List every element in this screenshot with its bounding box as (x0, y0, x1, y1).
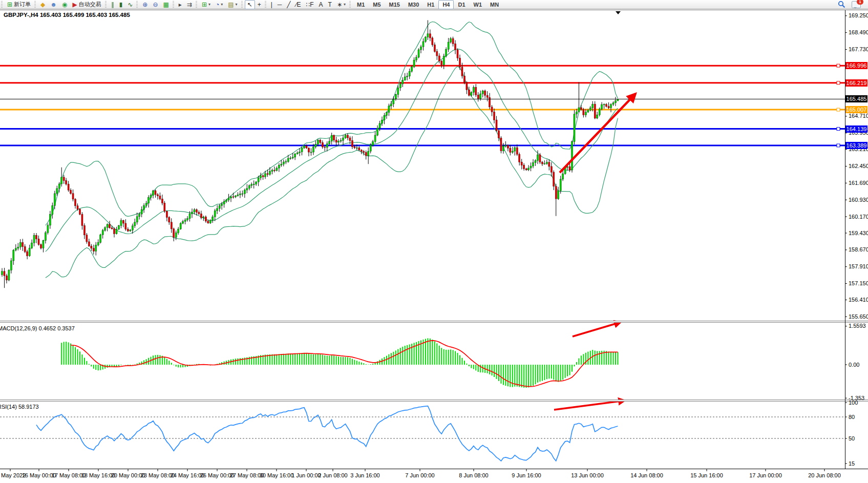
price-level-label[interactable]: 164.139 (845, 125, 867, 133)
price-level-lines[interactable] (0, 66, 845, 145)
toolbar-grip (1, 1, 3, 8)
community-icon[interactable]: ☻ (48, 0, 59, 9)
zoom-out-icon[interactable]: ⊖ (150, 0, 160, 9)
fibonacci-button[interactable]: ∷F (304, 0, 316, 9)
price-level-label[interactable]: 166.996 (845, 62, 867, 69)
text-button[interactable]: A (316, 0, 326, 9)
vertical-line-button[interactable]: | (268, 0, 275, 9)
trend-arrow[interactable] (554, 401, 625, 410)
line-chart-icon[interactable]: ∿ (125, 0, 135, 9)
horizontal-line-glyph: ─ (278, 1, 282, 8)
periods-glyph: ◔ (216, 1, 219, 8)
rsi-line (36, 406, 618, 461)
toolbar-grip (136, 1, 138, 8)
chart-shift-icon[interactable]: ⇉ (184, 0, 195, 9)
time-axis-label: 23 May 08:00 (141, 472, 175, 478)
trend-arrow[interactable] (573, 322, 621, 337)
price-level-label[interactable]: 165.007 (845, 106, 867, 113)
pane-separator[interactable] (0, 321, 868, 323)
vertical-line-glyph: | (271, 1, 272, 8)
price-axis-tick-label: 159.430 (849, 230, 868, 236)
toolbar-grip (173, 1, 174, 8)
toolbar-grip (349, 1, 351, 8)
rsi-axis-tick-label: 15 (849, 460, 855, 467)
timeframe-button-m5[interactable]: M5 (369, 0, 385, 9)
timeframe-button-h1[interactable]: H1 (423, 0, 438, 9)
signals-icon[interactable]: ◉ (59, 0, 70, 9)
time-axis-label: 17 Jun 00:00 (749, 472, 782, 478)
toolbar-grip (265, 1, 266, 8)
tile-windows-icon-glyph: ▦ (163, 1, 168, 8)
cursor-button[interactable]: ↖ (245, 0, 255, 9)
crosshair-glyph: + (258, 1, 261, 8)
autotrading-button-label: 自动交易 (79, 1, 101, 8)
candlestick-chart-icon-glyph: ▮ (119, 1, 123, 8)
arrows-glyph: ∗ (337, 1, 342, 8)
zoom-in-icon-glyph: ⊕ (142, 1, 147, 8)
timeframe-button-m30[interactable]: M30 (404, 0, 423, 9)
indicators-button[interactable]: ⊞▾ (199, 0, 213, 9)
periods-button-dropdown-icon[interactable]: ▾ (221, 2, 223, 7)
bollinger-bands (46, 22, 618, 278)
time-axis-label: 26 May 00:00 (200, 472, 235, 478)
arrows-button-dropdown-icon[interactable]: ▾ (344, 2, 346, 7)
time-axis-label: 2 Jun 08:00 (318, 472, 348, 478)
bar-chart-icon[interactable]: ∥ (109, 0, 117, 9)
zoom-in-icon[interactable]: ⊕ (140, 0, 150, 9)
autotrading-button[interactable]: ▶自动交易 (70, 0, 103, 9)
chart-canvas[interactable] (0, 9, 868, 483)
trend-arrow[interactable] (560, 94, 636, 173)
periods-button[interactable]: ◔▾ (213, 0, 225, 9)
horizontal-line-button[interactable]: ─ (275, 0, 285, 9)
arrows-button[interactable]: ∗▾ (334, 0, 348, 9)
time-axis[interactable]: May 202216 May 00:0017 May 08:0018 May 1… (0, 469, 868, 483)
search-icon[interactable] (838, 1, 845, 8)
time-axis-label: 17 May 08:00 (52, 472, 86, 478)
trendline-button[interactable]: ╱ (284, 0, 293, 9)
chart-window[interactable]: GBPJPY-,H4 165.403 165.499 165.403 165.4… (0, 9, 868, 483)
text-label-button[interactable]: T (326, 0, 334, 9)
time-axis-label: 7 Jun 00:00 (405, 472, 435, 478)
toolbar: ⊞新订单◆☻◉▶自动交易∥▮∿⊕⊖▦▸⇉⊞▾◔▾▤▾↖+|─╱∕E∷FAT∗▾M… (0, 0, 868, 9)
level-line-handle[interactable] (837, 81, 840, 85)
equidistant-channel-button[interactable]: ∕E (293, 0, 304, 9)
new-order-button-label: 新订单 (14, 1, 31, 8)
indicators-button-dropdown-icon[interactable]: ▾ (208, 2, 210, 7)
timeframe-button-d1[interactable]: D1 (454, 0, 469, 9)
time-axis-label: 18 May 16:00 (81, 472, 116, 478)
toolbar-grip (34, 1, 36, 8)
auto-scroll-icon[interactable]: ▸ (176, 0, 184, 9)
equidistant-channel-glyph: ∕E (296, 1, 301, 8)
timeframe-button-m15[interactable]: M15 (385, 0, 404, 9)
price-axis-tick-label: 168.490 (849, 29, 868, 35)
templates-button[interactable]: ▤▾ (225, 0, 240, 9)
time-axis-label: 16 May 00:00 (22, 472, 56, 478)
candlestick-chart-icon[interactable]: ▮ (117, 0, 125, 9)
tile-windows-icon[interactable]: ▦ (160, 0, 171, 9)
templates-button-dropdown-icon[interactable]: ▾ (236, 2, 238, 7)
shift-marker-icon[interactable] (616, 11, 621, 14)
crosshair-button[interactable]: + (255, 0, 264, 9)
level-line-handle[interactable] (837, 64, 840, 67)
time-axis-label: 13 Jun 00:00 (571, 472, 604, 478)
rsi-axis-tick-label: 80 (849, 414, 855, 420)
price-level-label[interactable]: 163.389 (845, 142, 867, 149)
new-order-button[interactable]: ⊞新订单 (5, 0, 33, 9)
chat-icon[interactable]: 1 (852, 1, 861, 8)
price-axis-tick-label: 160.930 (849, 197, 868, 203)
level-line-handle[interactable] (837, 144, 840, 147)
new-order-glyph: ⊞ (7, 1, 12, 8)
timeframe-button-mn[interactable]: MN (486, 0, 503, 9)
rsi-axis-tick-label: 100 (849, 400, 858, 406)
timeframe-button-h4[interactable]: H4 (438, 0, 454, 9)
timeframe-button-w1[interactable]: W1 (470, 0, 486, 9)
pane-separator[interactable] (0, 400, 868, 402)
level-line-handle[interactable] (837, 128, 840, 131)
price-level-label[interactable]: 166.219 (845, 79, 867, 87)
level-line-handle[interactable] (837, 108, 840, 111)
metaeditor-icon[interactable]: ◆ (38, 0, 48, 9)
timeframe-button-m1[interactable]: M1 (353, 0, 369, 9)
time-axis-label: 24 May 16:00 (171, 472, 205, 478)
time-axis-label: 14 Jun 08:00 (630, 472, 663, 478)
price-axis-tick-label: 161.690 (849, 180, 868, 186)
